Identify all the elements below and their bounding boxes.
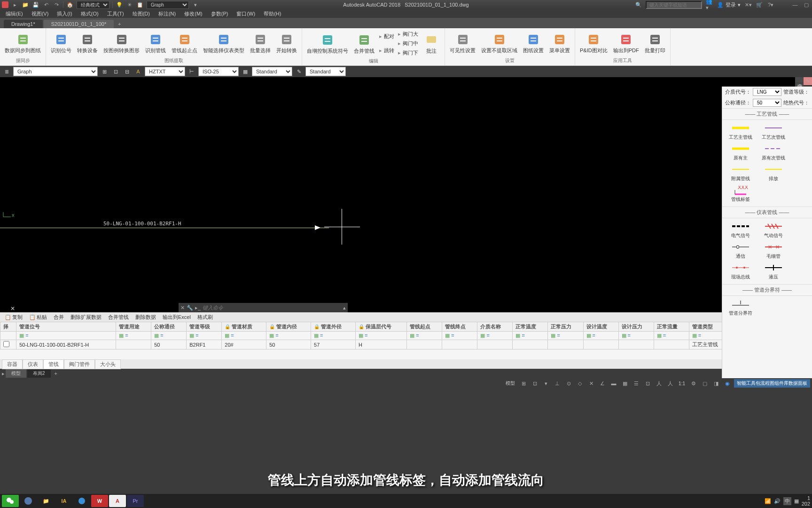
table-header[interactable]: 管线终点: [442, 322, 477, 332]
ribbon-small-button[interactable]: ▸ 阀门中: [396, 40, 420, 48]
component-item[interactable]: 液压: [757, 262, 790, 282]
ribbon-button[interactable]: 智能选择仪表类型: [200, 31, 247, 55]
layer-match-icon[interactable]: ⊡: [111, 67, 120, 76]
ribbon-button[interactable]: 可见性设置: [447, 31, 478, 55]
data-panel-tab[interactable]: 仪表: [23, 359, 43, 369]
tray-icon-1[interactable]: 📶: [765, 498, 771, 504]
layout-nav-icon[interactable]: ▸: [2, 371, 5, 377]
app-icon[interactable]: [2, 1, 8, 8]
table-header[interactable]: 🔒 保温层代号: [355, 322, 406, 332]
ribbon-button[interactable]: 设置不提取区域: [478, 31, 520, 55]
cmd-expand-icon[interactable]: ▴: [343, 305, 346, 311]
status-osnap-icon[interactable]: ◇: [575, 379, 585, 388]
search-input[interactable]: [646, 1, 702, 9]
table-filter-cell[interactable]: ▦ =: [583, 332, 618, 340]
ribbon-button[interactable]: 输出到PDF: [610, 31, 642, 55]
task-app2-icon[interactable]: [73, 495, 90, 507]
exchange-icon[interactable]: ✕▾: [744, 1, 752, 8]
qat-open-icon[interactable]: 📁: [22, 1, 29, 8]
component-item[interactable]: ✕✕毛细管: [757, 241, 790, 262]
ribbon-button[interactable]: 批量打印: [642, 31, 668, 55]
table-header[interactable]: 择: [0, 322, 16, 332]
medium-select[interactable]: LNG: [753, 88, 781, 96]
menu-item[interactable]: 工具(T): [103, 10, 128, 18]
close-x-icon[interactable]: ✕: [10, 305, 15, 312]
task-pr-icon[interactable]: Pr: [127, 495, 144, 507]
task-app1-icon[interactable]: [20, 495, 37, 507]
component-item[interactable]: 电气信号: [724, 220, 757, 241]
row-checkbox[interactable]: [3, 341, 9, 347]
component-item[interactable]: 工艺次管线: [757, 122, 790, 143]
data-toolbar-button[interactable]: 删除数据: [133, 313, 159, 321]
data-table[interactable]: 择管道位号管道用途公称通径管道等级🔒 管道材质🔒 管道内径🔒 管道外径🔒 保温层…: [0, 322, 812, 359]
data-panel-tab[interactable]: 容器: [2, 359, 23, 369]
table-header[interactable]: 🔒 管道外径: [311, 322, 356, 332]
table-cell[interactable]: [583, 340, 618, 349]
table-cell[interactable]: [442, 340, 477, 349]
file-tab[interactable]: S2021001D_01_1_100*: [44, 20, 114, 28]
mlstyle-select[interactable]: Standard: [305, 67, 346, 76]
status-grid-icon[interactable]: ⊞: [519, 379, 528, 388]
table-filter-cell[interactable]: ▦ =: [355, 332, 406, 340]
status-scale[interactable]: 1:1: [677, 381, 687, 386]
table-cell[interactable]: [513, 340, 548, 349]
status-polar-icon[interactable]: ⊙: [564, 379, 573, 388]
ribbon-button[interactable]: 批量选择: [247, 31, 273, 55]
table-header[interactable]: 管线起点: [407, 322, 442, 332]
table-header[interactable]: 设计压力: [618, 322, 654, 332]
status-max-icon[interactable]: ▢: [700, 379, 710, 388]
status-iso-icon[interactable]: ◨: [711, 379, 721, 388]
table-filter-cell[interactable]: [0, 332, 16, 340]
ribbon-button[interactable]: 按图例转换图形: [101, 31, 142, 55]
task-autocad-icon[interactable]: A: [109, 495, 126, 507]
menu-item[interactable]: 格式(O): [77, 10, 102, 18]
data-panel-tab[interactable]: 大小头: [95, 359, 121, 369]
table-cell[interactable]: 50: [151, 340, 187, 349]
ribbon-button[interactable]: 自增控制系统符号: [304, 32, 351, 56]
status-otrack-icon[interactable]: ∠: [598, 379, 607, 388]
status-model[interactable]: 模型: [504, 380, 517, 387]
layout-tab-model[interactable]: 模型: [6, 369, 26, 378]
tab-add-button[interactable]: +: [115, 20, 124, 28]
ribbon-button[interactable]: 识别位号: [48, 31, 74, 55]
table-filter-cell[interactable]: ▦ =: [513, 332, 548, 340]
table-header[interactable]: 介质名称: [477, 322, 513, 332]
table-cell[interactable]: 20#: [222, 340, 266, 349]
task-explorer-icon[interactable]: 📁: [38, 495, 55, 507]
dn-select[interactable]: 50: [753, 99, 781, 107]
tray-icon-3[interactable]: ▦: [794, 498, 799, 504]
table-filter-cell[interactable]: ▦ =: [311, 332, 356, 340]
ribbon-button[interactable]: 管线起止点: [169, 31, 200, 55]
table-filter-cell[interactable]: ▦ =: [16, 332, 116, 340]
layout-add-icon[interactable]: +: [52, 371, 60, 376]
status-ann2-icon[interactable]: 人: [665, 379, 675, 388]
ribbon-small-button[interactable]: ▸ 跳转: [377, 47, 396, 55]
tray-icon-2[interactable]: 🔊: [774, 498, 781, 504]
status-dd-icon[interactable]: ▾: [541, 379, 551, 388]
task-ia-icon[interactable]: IA: [55, 495, 72, 507]
drawing-canvas[interactable]: 50-LNG-01-100-001-B2RF1-H ✕ x 北 西 上 东 南 …: [0, 77, 812, 312]
component-item[interactable]: 原有主: [724, 143, 757, 163]
menu-item[interactable]: 窗口(W): [233, 10, 259, 18]
table-filter-cell[interactable]: ▦ =: [116, 332, 151, 340]
status-load-icon[interactable]: ◉: [723, 379, 732, 388]
status-qp-icon[interactable]: ☰: [632, 379, 641, 388]
ribbon-button[interactable]: 开始转换: [273, 31, 300, 55]
table-header[interactable]: 🔒 管道内径: [266, 322, 311, 332]
side-tab[interactable]: 综合: [795, 77, 804, 83]
table-cell[interactable]: H: [355, 340, 406, 349]
menu-item[interactable]: 参数(P): [207, 10, 232, 18]
command-input[interactable]: [203, 305, 341, 310]
ribbon-small-button[interactable]: ▸ 阀门下: [396, 49, 420, 57]
component-item[interactable]: 气动信号: [757, 220, 790, 241]
layer-select[interactable]: Graph: [13, 67, 98, 76]
table-filter-cell[interactable]: ▦ =: [477, 332, 513, 340]
status-sc-icon[interactable]: ⊡: [643, 379, 652, 388]
table-cell[interactable]: 50: [266, 340, 311, 349]
menu-item[interactable]: 修改(M): [180, 10, 206, 18]
graph-select[interactable]: Graph: [147, 1, 189, 9]
table-cell[interactable]: 50-LNG-01-100-001-B2RF1-H: [16, 340, 116, 349]
component-item[interactable]: 现场总线: [724, 262, 757, 282]
menu-item[interactable]: 帮助(H): [260, 10, 285, 18]
ribbon-button[interactable]: 菜单设置: [547, 31, 573, 55]
